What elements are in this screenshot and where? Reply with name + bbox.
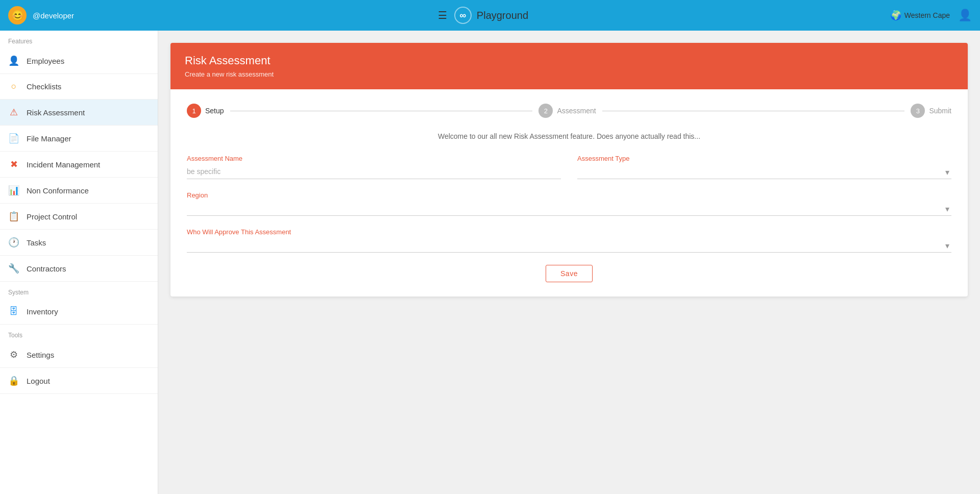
sidebar-item-label: Employees [27, 57, 64, 65]
form-actions: Save [187, 265, 951, 282]
save-button[interactable]: Save [546, 265, 593, 282]
sidebar-item-logout[interactable]: 🔒 Logout [0, 368, 158, 394]
step-2: 2 Assessment [538, 104, 596, 118]
region-field: Region ▾ [187, 191, 951, 216]
region-label: Region [187, 191, 951, 199]
region-select[interactable] [187, 201, 951, 216]
stepper: 1 Setup 2 Assessment 3 [187, 104, 951, 118]
incident-management-icon: ✖ [8, 159, 19, 170]
assessment-type-wrapper: ▾ [577, 164, 951, 179]
sidebar-item-label: Settings [27, 351, 54, 359]
content-area: Risk Assessment Create a new risk assess… [158, 31, 980, 494]
step-1-label: Setup [205, 107, 224, 115]
sidebar-item-label: Risk Assessment [27, 108, 85, 117]
sidebar-item-label: Logout [27, 377, 50, 385]
topbar-center: ☰ ∞ Playground [436, 7, 528, 24]
project-control-icon: 📋 [8, 211, 19, 222]
card-header: Risk Assessment Create a new risk assess… [170, 43, 968, 89]
region-wrapper: ▾ [187, 201, 951, 216]
topbar: 😊 @developer ☰ ∞ Playground 🌍 Western Ca… [0, 0, 980, 31]
assessment-name-field: Assessment Name [187, 155, 561, 179]
tools-section-label: Tools [0, 325, 158, 342]
avatar: 😊 [8, 6, 27, 24]
sidebar-item-checklists[interactable]: ○ Checklists [0, 74, 158, 100]
step-3-label: Submit [929, 107, 951, 115]
region-label: Western Cape [904, 11, 950, 19]
logout-icon: 🔒 [8, 375, 19, 386]
employees-icon: 👤 [8, 55, 19, 66]
sidebar-item-non-conformance[interactable]: 📊 Non Conformance [0, 178, 158, 204]
sidebar-item-label: Project Control [27, 212, 77, 221]
file-manager-icon: 📄 [8, 133, 19, 144]
settings-icon: ⚙ [8, 349, 19, 360]
risk-assessment-icon: ⚠ [8, 107, 19, 118]
topbar-left: 😊 @developer [8, 6, 74, 24]
region-selector[interactable]: 🌍 Western Cape [890, 10, 950, 21]
infinity-icon: ∞ [459, 10, 466, 21]
approver-select[interactable] [187, 238, 951, 253]
sidebar-item-label: Incident Management [27, 160, 100, 169]
sidebar-item-label: Contractors [27, 264, 66, 273]
topbar-right: 🌍 Western Cape 👤 [890, 9, 972, 22]
sidebar-item-inventory[interactable]: 🗄 Inventory [0, 299, 158, 325]
assessment-name-label: Assessment Name [187, 155, 561, 162]
sidebar-item-label: Non Conformance [27, 186, 89, 195]
step-1-circle: 1 [187, 104, 201, 118]
sidebar-item-contractors[interactable]: 🔧 Contractors [0, 256, 158, 282]
risk-assessment-card: Risk Assessment Create a new risk assess… [170, 43, 968, 297]
system-section-label: System [0, 282, 158, 299]
sidebar-item-incident-management[interactable]: ✖ Incident Management [0, 152, 158, 178]
checklists-icon: ○ [8, 81, 19, 92]
card-title: Risk Assessment [185, 54, 953, 67]
card-body: 1 Setup 2 Assessment 3 [170, 89, 968, 297]
assessment-type-label: Assessment Type [577, 155, 951, 162]
approver-label: Who Will Approve This Assessment [187, 228, 951, 236]
step-3: 3 Submit [911, 104, 951, 118]
region-icon: 🌍 [890, 10, 901, 21]
step-2-label: Assessment [557, 107, 596, 115]
menu-icon[interactable]: ☰ [436, 7, 449, 23]
card-subtitle: Create a new risk assessment [185, 70, 953, 78]
assessment-type-field: Assessment Type ▾ [577, 155, 951, 179]
sidebar-item-label: Inventory [27, 307, 58, 316]
app-logo: ∞ [454, 7, 472, 24]
main-layout: Features 👤 Employees ○ Checklists ⚠ Risk… [0, 31, 980, 494]
approver-wrapper: ▾ [187, 238, 951, 253]
user-profile-icon[interactable]: 👤 [958, 9, 972, 22]
approver-field: Who Will Approve This Assessment ▾ [187, 228, 951, 253]
form-row-1: Assessment Name Assessment Type ▾ [187, 155, 951, 179]
assessment-type-select[interactable] [577, 164, 951, 179]
step-line-1 [230, 111, 533, 111]
step-2-circle: 2 [538, 104, 553, 118]
app-name-label: Playground [477, 10, 528, 21]
step-1: 1 Setup [187, 104, 224, 118]
username-label: @developer [33, 11, 74, 20]
assessment-name-input[interactable] [187, 164, 561, 179]
tasks-icon: 🕐 [8, 237, 19, 248]
step-line-2 [602, 111, 905, 111]
sidebar-item-tasks[interactable]: 🕐 Tasks [0, 230, 158, 256]
inventory-icon: 🗄 [8, 306, 19, 317]
non-conformance-icon: 📊 [8, 185, 19, 196]
sidebar-item-label: Checklists [27, 82, 61, 91]
step-3-circle: 3 [911, 104, 925, 118]
sidebar-item-risk-assessment[interactable]: ⚠ Risk Assessment [0, 100, 158, 126]
contractors-icon: 🔧 [8, 263, 19, 274]
sidebar: Features 👤 Employees ○ Checklists ⚠ Risk… [0, 31, 158, 494]
sidebar-item-label: Tasks [27, 238, 46, 247]
features-section-label: Features [0, 31, 158, 48]
sidebar-item-label: File Manager [27, 134, 71, 143]
sidebar-item-file-manager[interactable]: 📄 File Manager [0, 126, 158, 152]
sidebar-item-project-control[interactable]: 📋 Project Control [0, 204, 158, 230]
welcome-text: Welcome to our all new Risk Assessment f… [187, 132, 951, 140]
sidebar-item-settings[interactable]: ⚙ Settings [0, 342, 158, 368]
sidebar-item-employees[interactable]: 👤 Employees [0, 48, 158, 74]
